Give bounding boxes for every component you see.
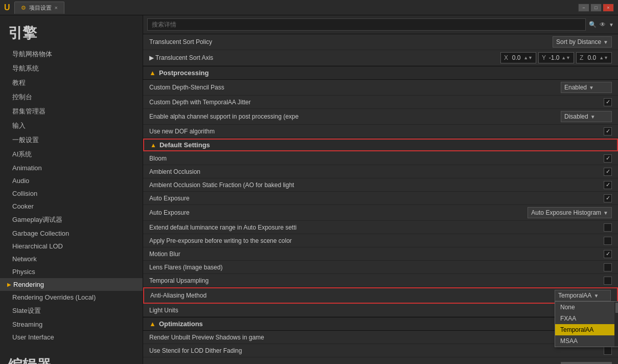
sidebar-item-nav-system[interactable]: 导航系统 [0, 61, 143, 76]
popup-scrollbar[interactable] [614, 302, 618, 347]
lens-flares-row: Lens Flares (Image based) [143, 261, 618, 274]
project-settings-tab[interactable]: ⚙ 项目设置 × [14, 2, 64, 14]
custom-depth-stencil-dropdown[interactable]: Enabled ▼ [561, 82, 612, 93]
bottom-bar [561, 362, 612, 365]
optimizations-header[interactable]: ▲ Optimizations [143, 317, 618, 331]
window-controls: − □ × [578, 4, 614, 12]
sidebar-item-label: Collision [12, 190, 37, 197]
vec-x-field[interactable]: X 0.0 ▲▼ [500, 52, 536, 63]
translucent-sort-policy-dropdown[interactable]: Sort by Distance ▼ [553, 36, 612, 48]
chevron-down-icon[interactable]: ▼ [609, 22, 614, 28]
bottom-row [143, 357, 618, 364]
new-dof-checkbox[interactable] [604, 127, 612, 135]
dropdown-option-temporalaa[interactable]: TemporalAA [555, 324, 618, 335]
stencil-lod-control [604, 347, 612, 355]
sidebar-item-gc[interactable]: Garbage Collection [0, 227, 143, 240]
pre-exposure-row: Apply Pre-exposure before writing to the… [143, 234, 618, 247]
bloom-control [604, 154, 612, 163]
sidebar-item-label: 一般设置 [12, 135, 39, 145]
default-settings-header[interactable]: ▲ Default Settings [143, 139, 618, 151]
sidebar-item-ai[interactable]: AI系统 [0, 147, 143, 162]
sidebar-item-input[interactable]: 输入 [0, 119, 143, 133]
custom-depth-stencil-label: Custom Depth-Stencil Pass [149, 84, 561, 91]
sidebar-item-ui[interactable]: User Interface [0, 331, 143, 344]
sidebar-item-gameplay[interactable]: Gameplay调试器 [0, 213, 143, 227]
sidebar-item-console[interactable]: 控制台 [0, 90, 143, 104]
arrow-icon: ▶ [7, 282, 11, 287]
ao-static-checkbox[interactable] [604, 181, 612, 189]
alpha-channel-dropdown[interactable]: Disabled ▼ [561, 111, 612, 122]
ao-static-control [604, 181, 612, 189]
light-units-label: Light Units [149, 307, 612, 314]
auto-exposure-label: Auto Exposure [149, 195, 604, 202]
sidebar-item-general[interactable]: 一般设置 [0, 133, 143, 147]
sidebar-item-streaming[interactable]: Streaming [0, 318, 143, 331]
dropdown-option-none[interactable]: None [555, 302, 618, 313]
sidebar-item-physics[interactable]: Physics [0, 265, 143, 278]
sidebar-item-animation[interactable]: Animation [0, 162, 143, 174]
collapse-arrow-icon: ▲ [149, 69, 156, 77]
sidebar-item-hlod[interactable]: Hierarchical LOD [0, 240, 143, 253]
sidebar-item-network[interactable]: Network [0, 253, 143, 265]
close-button[interactable]: × [603, 4, 614, 12]
bloom-checkbox[interactable] [604, 154, 612, 163]
alpha-channel-label: Enable alpha channel support in post pro… [149, 113, 561, 120]
maximize-button[interactable]: □ [590, 4, 602, 12]
luminance-range-checkbox[interactable] [604, 223, 612, 232]
sidebar-item-nav-mesh[interactable]: 导航网格物体 [0, 47, 143, 61]
anti-aliasing-dropdown[interactable]: TemporalAA ▼ [555, 290, 611, 301]
lens-flares-control [604, 263, 612, 271]
sidebar-item-label: 教程 [12, 78, 26, 87]
temporal-upsampling-checkbox[interactable] [604, 277, 612, 285]
sidebar-item-tutorial[interactable]: 教程 [0, 76, 143, 90]
sidebar-item-crowd[interactable]: 群集管理器 [0, 104, 143, 119]
new-dof-row: Use new DOF algorithm [143, 125, 618, 138]
minimize-button[interactable]: − [578, 4, 589, 12]
ao-checkbox[interactable] [604, 168, 612, 176]
postprocessing-label: Postprocessing [159, 69, 209, 77]
lens-flares-checkbox[interactable] [604, 263, 612, 271]
custom-depth-temporalaa-label: Custom Depth with TemporalAA Jitter [149, 99, 604, 106]
view-icon[interactable]: 👁 [600, 21, 606, 28]
title-bar: U ⚙ 项目设置 × − □ × [0, 0, 618, 15]
anti-aliasing-label: Anti-Aliasing Method [150, 292, 555, 299]
anti-aliasing-dropdown-menu: None FXAA TemporalAA MSAA [555, 301, 618, 347]
postprocessing-header[interactable]: ▲ Postprocessing [143, 66, 618, 80]
vec-z-field[interactable]: Z 0.0 ▲▼ [576, 52, 612, 63]
custom-depth-temporalaa-checkbox[interactable] [604, 98, 612, 106]
sidebar-item-slate[interactable]: Slate设置 [0, 304, 143, 318]
stencil-lod-checkbox[interactable] [604, 347, 612, 355]
pre-exposure-label: Apply Pre-exposure before writing to the… [149, 237, 604, 244]
translucent-sort-axis-control: X 0.0 ▲▼ Y -1.0 ▲▼ Z 0.0 ▲▼ [500, 52, 612, 63]
temporal-upsampling-row: Temporal Upsampling [143, 274, 618, 287]
dropdown-arrow-icon: ▼ [589, 85, 594, 90]
translucent-sort-axis-label: ▶ Translucent Sort Axis [149, 54, 500, 61]
alpha-channel-row: Enable alpha channel support in post pro… [143, 109, 618, 125]
translucent-sort-axis-row: ▶ Translucent Sort Axis X 0.0 ▲▼ Y -1.0 … [143, 50, 618, 66]
anti-aliasing-row: Anti-Aliasing Method TemporalAA ▼ None F… [143, 287, 618, 304]
sidebar-item-rendering[interactable]: ▶ Rendering [0, 278, 143, 291]
sidebar-item-collision[interactable]: Collision [0, 187, 143, 200]
ao-static-label: Ambient Occlusion Static Fraction (AO fo… [149, 181, 604, 189]
sidebar-item-audio[interactable]: Audio [0, 174, 143, 187]
search-input[interactable] [147, 18, 586, 31]
pre-exposure-checkbox[interactable] [604, 237, 612, 245]
alpha-channel-control: Disabled ▼ [561, 111, 612, 122]
auto-exposure-checkbox[interactable] [604, 194, 612, 202]
custom-depth-temporalaa-control [604, 98, 612, 106]
dropdown-option-fxaa[interactable]: FXAA [555, 313, 618, 324]
gear-icon: ⚙ [21, 5, 26, 11]
engine-section-title: 引擎 [0, 15, 143, 47]
auto-exposure-dropdown[interactable]: Auto Exposure Histogram ▼ [528, 207, 612, 218]
dropdown-option-msaa[interactable]: MSAA [555, 335, 618, 347]
sidebar-item-label: Hierarchical LOD [12, 242, 63, 250]
unbuilt-shadows-row: Render Unbuilt Preview Shadows in game [143, 331, 618, 344]
sidebar-item-rendering-overrides[interactable]: Rendering Overrides (Local) [0, 291, 143, 304]
motion-blur-label: Motion Blur [149, 251, 604, 258]
tab-close-icon[interactable]: × [55, 5, 58, 11]
motion-blur-checkbox[interactable] [604, 250, 612, 258]
search-icon[interactable]: 🔍 [589, 21, 597, 28]
dropdown-arrow-icon: ▼ [603, 39, 608, 45]
vec-y-field[interactable]: Y -1.0 ▲▼ [538, 52, 574, 63]
sidebar-item-cooker[interactable]: Cooker [0, 200, 143, 213]
